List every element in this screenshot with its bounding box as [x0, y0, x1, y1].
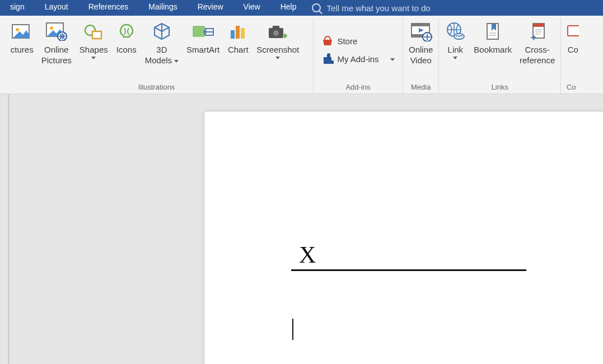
tab-mailings[interactable]: Mailings: [138, 0, 187, 16]
svg-point-1: [16, 28, 19, 31]
smartart-icon: [192, 20, 214, 43]
comment-button[interactable]: Co: [563, 18, 579, 55]
chevron-down-icon: [91, 57, 96, 59]
svg-rect-9: [236, 26, 240, 39]
icons-button[interactable]: Icons: [113, 18, 141, 55]
store-icon: [321, 35, 334, 47]
screenshot-label: Screenshot: [256, 45, 299, 55]
online-pictures-label1: Online: [44, 45, 68, 55]
group-addins: Store My Add-ins Add-ins: [314, 18, 403, 94]
online-pictures-label2: Pictures: [41, 55, 72, 66]
screenshot-button[interactable]: Screenshot: [253, 18, 302, 59]
pictures-button[interactable]: ctures: [7, 18, 37, 55]
search-icon: [312, 3, 321, 12]
online-pictures-icon: [45, 20, 68, 43]
icons-label: Icons: [116, 45, 137, 55]
bookmark-label: Bookmark: [474, 45, 512, 55]
chevron-down-icon: [174, 60, 179, 63]
group-label-illustrations: Illustrations: [138, 82, 175, 92]
group-label-links: Links: [492, 82, 508, 92]
tab-help[interactable]: Help: [270, 0, 307, 16]
svg-point-3: [50, 26, 53, 30]
ribbon: ctures Online Pictures Shapes: [0, 16, 603, 94]
group-comments: Co Co: [561, 18, 581, 94]
picture-icon: [12, 20, 32, 43]
shapes-label: Shapes: [80, 45, 108, 55]
chart-label: Chart: [228, 45, 249, 55]
svg-rect-24: [568, 26, 579, 36]
bookmark-button[interactable]: Bookmark: [470, 18, 515, 55]
bookmark-icon: [484, 20, 502, 43]
store-button[interactable]: Store: [319, 32, 359, 49]
addins-icon: [321, 53, 334, 65]
online-video-button[interactable]: Online Video: [405, 18, 436, 66]
comment-icon: [567, 20, 579, 43]
video-icon: [409, 20, 433, 43]
svg-rect-23: [533, 24, 544, 27]
svg-rect-10: [241, 28, 245, 39]
tell-me-input[interactable]: [326, 3, 472, 13]
group-label-comments: Co: [567, 82, 576, 92]
cross-reference-button[interactable]: Cross- reference: [516, 18, 558, 66]
svg-rect-6: [92, 31, 101, 39]
globe-link-icon: [445, 20, 466, 43]
svg-rect-13: [273, 26, 279, 29]
online-video-label2: Video: [410, 55, 432, 66]
online-video-label1: Online: [409, 45, 433, 55]
signature-x: X: [291, 241, 526, 268]
chevron-down-icon: [275, 57, 280, 59]
document-canvas[interactable]: X: [0, 94, 603, 364]
document-page[interactable]: X: [204, 111, 603, 364]
tell-me-search[interactable]: [306, 3, 472, 13]
icons-icon: [117, 20, 136, 43]
svg-rect-16: [412, 24, 429, 26]
svg-point-12: [273, 30, 279, 36]
signature-line[interactable]: X: [291, 241, 526, 271]
tab-review[interactable]: Review: [188, 0, 233, 16]
crossref-label2: reference: [520, 55, 555, 66]
tab-design[interactable]: sign: [0, 0, 35, 16]
tab-references[interactable]: References: [78, 0, 139, 16]
crossref-label1: Cross-: [525, 45, 549, 55]
cube-icon: [152, 20, 171, 43]
text-cursor: [292, 319, 293, 340]
group-label-media: Media: [411, 82, 431, 92]
group-label-addins: Add-ins: [345, 82, 370, 92]
my-addins-button[interactable]: My Add-ins: [319, 50, 396, 67]
signature-rule: [291, 269, 526, 271]
tab-layout[interactable]: Layout: [35, 0, 78, 16]
group-links: Link Bookmark Cross- reference Links: [439, 18, 561, 94]
ruler-edge: [8, 94, 10, 364]
crossref-icon: [527, 20, 548, 43]
comment-label: Co: [568, 45, 578, 55]
group-media: Online Video Media: [403, 18, 439, 94]
chart-button[interactable]: Chart: [224, 18, 252, 55]
chevron-down-icon: [453, 57, 457, 59]
3d-models-label2: Models: [145, 55, 172, 66]
link-label: Link: [448, 45, 464, 55]
chevron-down-icon: [390, 58, 395, 61]
svg-rect-7: [193, 26, 204, 36]
camera-icon: [267, 20, 288, 43]
tab-view[interactable]: View: [233, 0, 270, 16]
3d-models-label1: 3D: [156, 45, 167, 55]
ribbon-tabs-bar: sign Layout References Mailings Review V…: [0, 0, 603, 16]
shapes-icon: [83, 20, 104, 43]
shapes-button[interactable]: Shapes: [76, 18, 111, 59]
my-addins-label: My Add-ins: [337, 54, 378, 64]
3d-models-button[interactable]: 3D Models: [142, 18, 182, 66]
store-label: Store: [337, 36, 357, 46]
chart-icon: [229, 20, 247, 43]
link-button[interactable]: Link: [441, 18, 469, 59]
pictures-label: ctures: [11, 45, 34, 55]
online-pictures-button[interactable]: Online Pictures: [38, 18, 75, 66]
smartart-label: SmartArt: [186, 45, 219, 55]
smartart-button[interactable]: SmartArt: [183, 18, 223, 55]
svg-rect-8: [231, 30, 235, 39]
group-illustrations: ctures Online Pictures Shapes: [0, 18, 314, 94]
